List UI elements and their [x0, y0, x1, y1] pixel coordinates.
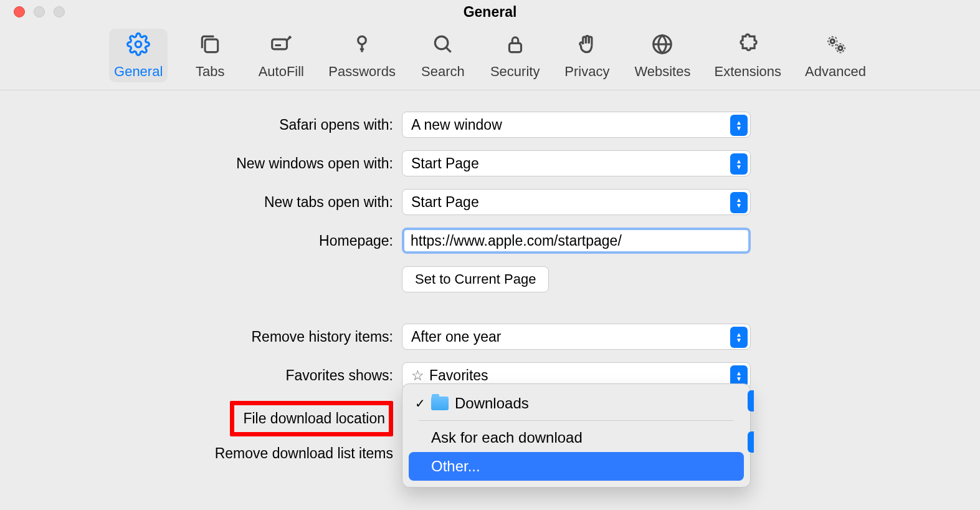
file-download-location-menu: ✓ Downloads Ask for each download Other.… — [402, 383, 751, 488]
remove-history-label: Remove history items: — [0, 329, 402, 345]
new-tabs-open-with-select[interactable]: Start Page ▲▼ — [402, 189, 751, 215]
select-value: After one year — [411, 329, 501, 345]
new-tabs-open-with-label: New tabs open with: — [0, 194, 402, 211]
tab-autofill[interactable]: AutoFill — [252, 29, 310, 82]
svg-rect-5 — [509, 43, 521, 52]
tab-label: Privacy — [564, 64, 609, 80]
gears-icon — [824, 32, 847, 60]
file-download-location-label: File download location — [243, 410, 385, 426]
folder-icon — [431, 397, 449, 410]
tab-label: Security — [490, 64, 540, 80]
tab-advanced[interactable]: Advanced — [800, 29, 871, 82]
tabs-icon — [198, 32, 222, 60]
chevron-updown-icon: ▲▼ — [730, 192, 748, 213]
tab-label: Tabs — [196, 64, 224, 80]
titlebar: General — [0, 0, 980, 24]
tab-label: AutoFill — [259, 64, 304, 80]
puzzle-icon — [736, 32, 759, 60]
menu-item-label: Downloads — [455, 395, 529, 412]
chevron-updown-icon — [748, 390, 754, 411]
tab-general[interactable]: General — [109, 29, 168, 82]
tab-security[interactable]: Security — [485, 29, 545, 82]
select-value: Favorites — [429, 367, 488, 384]
menu-item-label: Ask for each download — [431, 429, 583, 446]
svg-point-4 — [435, 36, 448, 49]
chevron-updown-icon: ▲▼ — [730, 115, 748, 136]
window-title: General — [464, 4, 517, 21]
star-icon: ☆ — [411, 367, 424, 384]
homepage-input[interactable] — [402, 228, 751, 254]
remove-history-select[interactable]: After one year ▲▼ — [402, 324, 751, 350]
chevron-updown-icon — [748, 431, 754, 453]
select-value: Start Page — [411, 194, 479, 211]
gear-icon — [126, 32, 150, 60]
tab-label: Passwords — [328, 64, 396, 80]
globe-icon — [650, 32, 674, 60]
homepage-label: Homepage: — [0, 233, 402, 249]
tab-tabs[interactable]: Tabs — [181, 29, 239, 82]
tab-label: Websites — [634, 64, 690, 80]
svg-point-8 — [839, 46, 842, 50]
search-icon — [431, 32, 455, 60]
safari-opens-with-label: Safari opens with: — [0, 117, 402, 133]
select-value: Start Page — [411, 155, 479, 172]
svg-rect-1 — [205, 39, 218, 52]
safari-opens-with-select[interactable]: A new window ▲▼ — [402, 112, 751, 138]
file-download-location-label-highlight: File download location — [230, 401, 393, 436]
checkmark-icon: ✓ — [415, 396, 431, 411]
autofill-icon — [269, 32, 293, 60]
menu-item-other[interactable]: Other... — [409, 452, 744, 481]
remove-download-list-label: Remove download list items — [0, 445, 402, 462]
svg-point-0 — [135, 41, 141, 47]
window-controls — [14, 6, 65, 17]
lock-icon — [503, 32, 527, 60]
set-to-current-page-button[interactable]: Set to Current Page — [402, 266, 549, 292]
chevron-updown-icon: ▲▼ — [730, 327, 748, 348]
menu-item-downloads[interactable]: ✓ Downloads — [409, 389, 744, 418]
new-windows-open-with-select[interactable]: Start Page ▲▼ — [402, 150, 751, 176]
chevron-updown-icon: ▲▼ — [730, 153, 748, 175]
tab-label: Advanced — [805, 64, 866, 80]
tab-label: Search — [421, 64, 465, 80]
new-windows-open-with-label: New windows open with: — [0, 155, 402, 172]
tab-privacy[interactable]: Privacy — [558, 29, 616, 82]
key-icon — [350, 32, 374, 60]
minimize-window-button — [34, 6, 45, 17]
tab-label: Extensions — [714, 64, 781, 80]
tab-search[interactable]: Search — [414, 29, 472, 82]
menu-separator — [419, 420, 734, 421]
tab-passwords[interactable]: Passwords — [323, 29, 401, 82]
menu-item-ask-each-download[interactable]: Ask for each download — [409, 423, 744, 452]
select-value: A new window — [411, 117, 502, 133]
favorites-shows-label: Favorites shows: — [0, 367, 402, 384]
tab-extensions[interactable]: Extensions — [709, 29, 786, 82]
hand-icon — [575, 32, 599, 60]
close-window-button[interactable] — [14, 6, 25, 17]
svg-point-3 — [358, 36, 366, 44]
svg-point-7 — [830, 39, 834, 43]
zoom-window-button — [54, 6, 65, 17]
tab-label: General — [114, 64, 163, 80]
preferences-toolbar: General Tabs AutoFill Passwords Search S… — [0, 24, 980, 90]
tab-websites[interactable]: Websites — [629, 29, 695, 82]
menu-item-label: Other... — [431, 458, 480, 475]
